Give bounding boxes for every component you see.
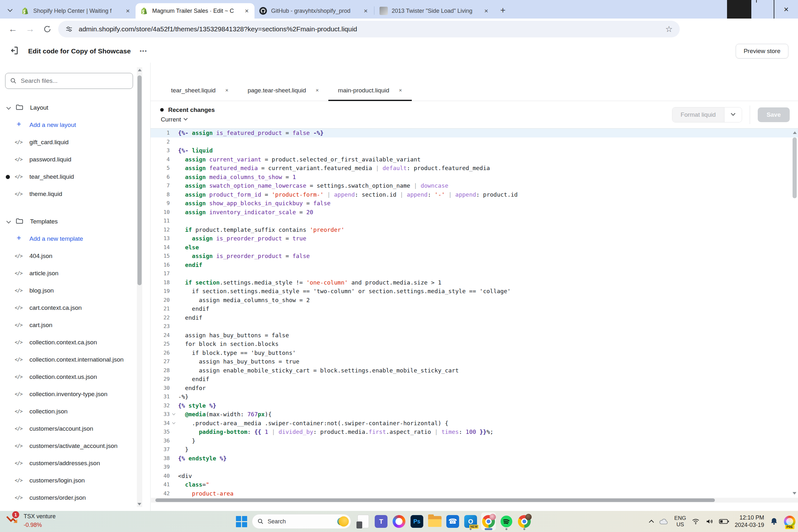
taskbar-app-adobe-cc[interactable]: [392, 513, 406, 530]
taskbar-app-spotify[interactable]: [499, 513, 514, 530]
code-line-14[interactable]: 14 else: [151, 243, 798, 252]
scroll-up-arrow[interactable]: [138, 69, 141, 71]
format-liquid-dropdown[interactable]: [724, 108, 742, 122]
browser-tab-2[interactable]: Magnum Trailer Sales · Edit ~ C×: [136, 3, 254, 19]
code-line-23[interactable]: 23: [151, 322, 798, 331]
format-liquid-button[interactable]: Format liquid: [672, 108, 724, 122]
code-line-12[interactable]: 12 if product.template_suffix contains '…: [151, 225, 798, 234]
tab-search-button[interactable]: [4, 4, 15, 15]
wifi-icon[interactable]: [691, 517, 700, 526]
tab-close-icon[interactable]: ×: [399, 87, 402, 94]
taskbar-app-notepad[interactable]: [356, 513, 370, 530]
minimize-button[interactable]: [727, 0, 751, 19]
version-selector[interactable]: Current: [160, 116, 215, 123]
code-line-16[interactable]: 16 endif: [151, 261, 798, 269]
forward-button[interactable]: →: [22, 21, 38, 37]
notifications-bell-icon[interactable]: [770, 517, 779, 526]
new-tab-button[interactable]: +: [496, 4, 509, 17]
code-line-10[interactable]: 10 assign inventory_indicator_scale = 20: [151, 208, 798, 217]
code-line-25[interactable]: 25 for block in section.blocks: [151, 340, 798, 348]
onedrive-cloud-icon[interactable]: [659, 518, 669, 525]
url-text[interactable]: admin.shopify.com/store/4a52f1/themes/13…: [79, 25, 660, 33]
code-line-22[interactable]: 22 endif: [151, 313, 798, 322]
taskbar-app-chrome-profile[interactable]: [517, 513, 532, 530]
taskbar-app-phone[interactable]: ☎: [445, 513, 460, 530]
code-line-4[interactable]: 4 assign current_variant = product.selec…: [151, 155, 798, 164]
volume-icon[interactable]: [705, 517, 714, 526]
taskbar-app-file-explorer[interactable]: [428, 513, 442, 530]
code-line-8[interactable]: 8 assign product_form_id = 'product-form…: [151, 190, 798, 199]
scroll-down-arrow[interactable]: [137, 503, 141, 506]
sidebar-file-password.liquid[interactable]: </>password.liquid: [0, 151, 144, 168]
editor-scrollbar[interactable]: [792, 130, 797, 496]
code-line-35[interactable]: 35 padding-bottom: {{ 1 | divided_by: pr…: [151, 428, 798, 436]
code-line-31[interactable]: 31-%}: [151, 392, 798, 401]
tab-close-icon[interactable]: ×: [125, 7, 131, 15]
code-line-41[interactable]: 41 class=": [151, 480, 798, 489]
taskbar-widget[interactable]: 1 TSX venture -0.98%: [5, 513, 56, 529]
code-line-34[interactable]: 34 .product-area__media .swiper-containe…: [151, 419, 798, 428]
code-line-21[interactable]: 21 endif: [151, 304, 798, 313]
code-line-17[interactable]: 17: [151, 269, 798, 278]
code-line-1[interactable]: 1{%- assign is_featured_product = false …: [151, 129, 798, 137]
code-line-39[interactable]: 39: [151, 463, 798, 472]
taskbar-app-photoshop[interactable]: Ps: [410, 513, 424, 530]
code-line-37[interactable]: 37 }: [151, 445, 798, 454]
sidebar-file-theme.liquid[interactable]: </>theme.liquid: [0, 186, 144, 203]
code-line-33[interactable]: 33 @media(max-width: 767px){: [151, 410, 798, 419]
horizontal-scrollbar[interactable]: [151, 498, 798, 502]
code-line-15[interactable]: 15 assign is_preorder_product = false: [151, 252, 798, 261]
language-switcher[interactable]: ENG US: [674, 515, 686, 528]
code-line-9[interactable]: 9 assign show_app_blocks_in_quickbuy = f…: [151, 199, 798, 208]
address-bar[interactable]: admin.shopify.com/store/4a52f1/themes/13…: [58, 21, 680, 37]
sidebar-file-blog.json[interactable]: </>blog.json: [0, 282, 144, 299]
taskbar-app-outlook[interactable]: ONEW: [463, 513, 478, 530]
exit-code-editor-button[interactable]: [9, 45, 19, 57]
code-line-6[interactable]: 6 assign media_columns_to_show = 1: [151, 173, 798, 182]
code-line-30[interactable]: 30 endfor: [151, 384, 798, 393]
code-line-27[interactable]: 27 assign has_buy_buttons = true: [151, 357, 798, 366]
start-button[interactable]: [236, 516, 247, 527]
tune-icon[interactable]: [65, 25, 73, 33]
sidebar-file-collection.json[interactable]: </>collection.json: [0, 403, 144, 420]
sidebar-file-404.json[interactable]: </>404.json: [0, 247, 144, 265]
battery-icon[interactable]: [719, 518, 729, 525]
sidebar-file-cart.context.ca.json[interactable]: </>cart.context.ca.json: [0, 299, 144, 317]
code-line-19[interactable]: 19 if section.settings.media_style == 't…: [151, 287, 798, 296]
search-files-input[interactable]: Search files...: [5, 73, 133, 89]
horizontal-scrollbar-thumb[interactable]: [155, 498, 715, 502]
sidebar-file-customers/account.json[interactable]: </>customers/account.json: [0, 420, 144, 437]
code-line-2[interactable]: 2: [151, 137, 798, 147]
section-header-layout[interactable]: Layout: [0, 99, 144, 116]
code-line-36[interactable]: 36 }: [151, 436, 798, 445]
clock[interactable]: 12:10 PM 2024-03-19: [735, 514, 764, 529]
code-line-29[interactable]: 29 endif: [151, 375, 798, 384]
taskbar-app-teams[interactable]: T: [374, 513, 388, 530]
sidebar-file-collection.context.ca.json[interactable]: </>collection.context.ca.json: [0, 334, 144, 351]
code-line-40[interactable]: 40<div: [151, 472, 798, 480]
taskbar-app-chrome[interactable]: [481, 513, 496, 530]
editor-tab-page.tear-sheet.liquid[interactable]: page.tear-sheet.liquid×: [238, 81, 328, 101]
code-line-38[interactable]: 38{% endstyle %}: [151, 454, 798, 463]
add-new-layout-button[interactable]: +Add a new layout: [0, 116, 144, 134]
tab-close-icon[interactable]: ×: [225, 87, 228, 94]
section-header-templates[interactable]: Templates: [0, 213, 144, 230]
sidebar-scrollbar[interactable]: [137, 67, 142, 507]
tab-close-icon[interactable]: ×: [363, 7, 369, 15]
code-line-42[interactable]: 42 product-area: [151, 489, 798, 498]
save-button[interactable]: Save: [758, 108, 790, 122]
sidebar-file-cart.json[interactable]: </>cart.json: [0, 317, 144, 334]
reload-button[interactable]: [39, 21, 56, 37]
scroll-down-arrow[interactable]: [793, 492, 796, 495]
scroll-up-arrow[interactable]: [793, 131, 797, 134]
sidebar-file-customers/addresses.json[interactable]: </>customers/addresses.json: [0, 455, 144, 472]
code-line-7[interactable]: 7 assign swatch_option_name_lowercase = …: [151, 181, 798, 190]
sidebar-file-customers/activate_account.json[interactable]: </>customers/activate_account.json: [0, 437, 144, 455]
editor-tab-main-product.liquid[interactable]: main-product.liquid×: [328, 81, 412, 101]
code-line-13[interactable]: 13 assign is_preorder_product = true: [151, 234, 798, 243]
weather-icon[interactable]: [337, 516, 349, 527]
tab-close-icon[interactable]: ×: [316, 87, 319, 94]
browser-tab-3[interactable]: GitHub - gravyhtx/shopify_prod×: [254, 3, 374, 19]
bookmark-star-icon[interactable]: ☆: [665, 24, 673, 34]
code-line-32[interactable]: 32{% style %}: [151, 401, 798, 410]
